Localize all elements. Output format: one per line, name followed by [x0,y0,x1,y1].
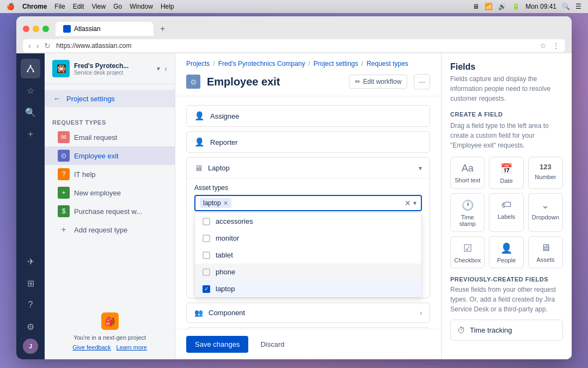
back-button[interactable]: ‹ [28,41,31,50]
panel-description: Fields capture and display the informati… [450,74,563,103]
field-type-checkbox-label: Checkbox [454,257,481,263]
user-avatar[interactable]: J [23,339,38,354]
more-options-button[interactable]: ··· [414,74,430,89]
option-checkbox-monitor[interactable] [203,235,210,242]
browser-tab-active[interactable]: Atlassian [56,22,154,36]
nav-icon-network[interactable] [21,59,40,78]
more-icon[interactable]: ⋮ [552,41,560,50]
bookmark-icon[interactable]: ☆ [540,41,547,50]
tag-remove[interactable]: ✕ [223,200,228,207]
prev-field-time-tracking[interactable]: ⏱ Time tracking [450,320,563,341]
menu-view[interactable]: View [91,3,106,10]
field-type-number-label: Number [535,174,556,180]
add-request-type-item[interactable]: + Add request type [45,220,175,239]
clear-button[interactable]: ✕ [405,199,411,207]
panel-title: Fields [450,62,563,72]
field-type-people[interactable]: 👤 People [489,236,523,268]
nav-icon-help[interactable]: ? [21,295,40,315]
sidebar-item-project-settings[interactable]: ← Project settings [45,90,175,107]
laptop-collapse-icon[interactable]: ▾ [419,164,422,172]
learn-more-link[interactable]: Learn more [117,344,147,351]
field-type-assets-label: Assets [536,256,554,263]
project-dropdown-chevron[interactable]: ▾ [157,65,160,72]
new-tab-button[interactable]: + [156,24,169,34]
laptop-label: Laptop [208,164,419,172]
option-tablet[interactable]: tablet [195,247,421,263]
maximize-button[interactable] [42,26,49,32]
option-monitor[interactable]: monitor [195,230,421,247]
project-type: Service desk project [74,70,152,76]
menu-edit[interactable]: Edit [73,3,84,10]
breadcrumb-projects[interactable]: Projects [186,60,210,68]
search-icon[interactable]: 🔍 [562,3,570,10]
laptop-header[interactable]: 🖥 Laptop ▾ [187,158,430,178]
asset-types-input-wrap[interactable]: laptop ✕ ✕ ▾ [194,195,422,211]
nav-icon-grid[interactable]: ⊞ [21,273,40,293]
menu-help[interactable]: Help [161,3,174,10]
req-type-it-help[interactable]: ? IT help [45,165,175,183]
field-type-number[interactable]: 123 Number [528,157,563,189]
nav-icon-settings[interactable]: ⚙ [21,317,40,336]
menu-icon[interactable]: ☰ [575,3,581,10]
nav-icon-send[interactable]: ✈ [21,252,40,271]
nav-icon-add[interactable]: ＋ [21,124,40,144]
field-type-time-stamp[interactable]: 🕐 Time stamp [450,193,485,232]
option-checkbox-accessories[interactable] [203,218,210,225]
refresh-button[interactable]: ↻ [44,41,51,50]
option-checkbox-phone[interactable] [203,268,210,276]
nav-icon-star[interactable]: ☆ [21,81,40,100]
browser-chrome: Atlassian + ‹ › ↻ https://www.atlassian.… [16,16,572,53]
field-type-short-text[interactable]: Aa Short text [450,157,485,189]
req-label-it-help: IT help [74,170,96,179]
address-icons: ☆ ⋮ [540,41,560,50]
dropdown-arrow[interactable]: ▾ [413,199,416,207]
option-accessories[interactable]: accessories [195,213,421,230]
breadcrumb-request-types[interactable]: Request types [366,60,408,68]
edit-workflow-label: Edit workflow [363,78,402,85]
create-field-label: CREATE A FIELD [450,111,563,118]
option-checkbox-laptop[interactable]: ✓ [203,285,210,293]
feedback-links: Give feedback Learn more [52,344,167,351]
option-checkbox-tablet[interactable] [203,252,210,259]
svg-point-1 [27,71,28,72]
checkbox-icon: ☑ [463,242,472,254]
req-type-purchase[interactable]: $ Purchase request w... [45,202,175,220]
component-label: Component [209,309,245,317]
req-type-email[interactable]: ✉ Email request [45,128,175,146]
form-area: 👤 Assignee 👤 Reporter 🖥 Laptop ▾ [175,96,441,329]
menu-go[interactable]: Go [113,3,122,10]
discard-button[interactable]: Discard [254,336,291,353]
asset-type-search-input[interactable] [234,199,405,207]
breadcrumb-project-settings[interactable]: Project settings [314,60,358,68]
field-type-dropdown[interactable]: ⌄ Dropdown [528,193,563,232]
req-type-employee-exit[interactable]: ⊙ Employee exit [45,146,175,165]
component-chevron[interactable]: › [420,309,422,317]
give-feedback-link[interactable]: Give feedback [72,344,111,351]
field-type-date[interactable]: 📅 Date [489,157,523,189]
field-component: 👥 Component › [186,303,430,323]
collapse-sidebar-button[interactable]: ‹ [164,64,167,73]
req-type-new-employee[interactable]: + New employee [45,183,175,202]
field-type-assets[interactable]: 🖥 Assets [528,236,563,268]
field-type-checkbox[interactable]: ☑ Checkbox [450,236,485,268]
nav-icon-search[interactable]: 🔍 [21,102,40,122]
url-display[interactable]: https://www.atlassian.com [56,42,534,50]
option-phone[interactable]: phone [195,263,421,280]
breadcrumb-company[interactable]: Fred's Pyrotechnics Company [218,60,305,68]
reporter-icon: 👤 [194,137,205,147]
minimize-button[interactable] [33,26,39,32]
right-panel: Fields Fields capture and display the in… [441,53,572,359]
menu-window[interactable]: Window [130,3,153,10]
option-laptop[interactable]: ✓ laptop [195,280,421,297]
menu-file[interactable]: File [54,3,65,10]
sidebar-settings-label: Project settings [66,95,115,103]
forward-button[interactable]: › [36,41,39,50]
field-type-labels[interactable]: 🏷 Labels [489,193,523,232]
edit-workflow-button[interactable]: ✏ Edit workflow [349,75,408,89]
project-name: Fred's Pyrotech... [74,62,152,70]
left-nav: ☆ 🔍 ＋ ✈ ⊞ ? ⚙ J [16,53,45,359]
dropdown-icon: ⌄ [541,199,549,211]
save-changes-button[interactable]: Save changes [186,336,248,353]
close-button[interactable] [23,26,29,32]
laptop-icon: 🖥 [194,163,203,173]
